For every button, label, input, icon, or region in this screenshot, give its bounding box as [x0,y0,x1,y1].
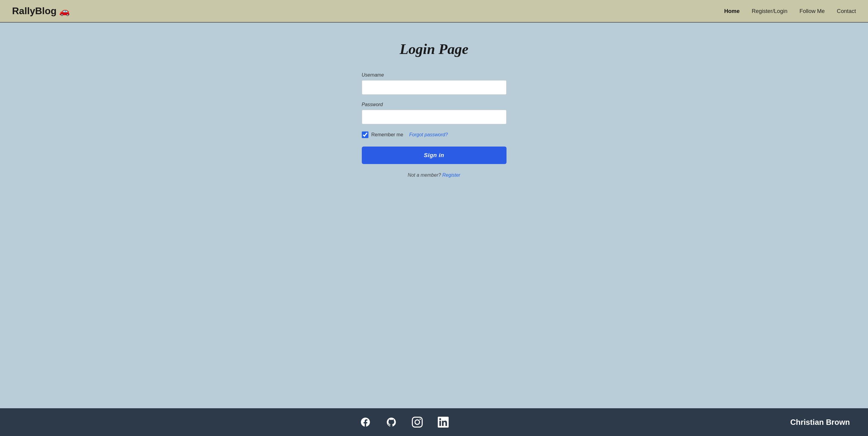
remember-row: Remember me Forgot password? [362,131,506,138]
remember-label[interactable]: Remember me [362,131,403,138]
logo-text: RallyBlog [12,5,57,17]
register-row: Not a member? Register [362,173,506,178]
nav-contact[interactable]: Contact [837,8,856,14]
password-input[interactable] [362,110,506,124]
username-label: Username [362,72,506,78]
github-icon[interactable] [386,417,397,428]
site-header: RallyBlog 🚗 Home Register/Login Follow M… [0,0,868,23]
remember-checkbox[interactable] [362,131,368,138]
nav-follow-me[interactable]: Follow Me [800,8,825,14]
main-nav: Home Register/Login Follow Me Contact [724,8,856,14]
username-input[interactable] [362,80,506,95]
nav-register-login[interactable]: Register/Login [752,8,787,14]
instagram-icon[interactable] [412,417,423,428]
main-content: Login Page Username Password Remember me… [0,23,868,408]
facebook-icon[interactable] [360,417,371,428]
sign-in-button[interactable]: Sign in [362,147,506,164]
remember-text: Remember me [371,132,403,137]
login-form-container: Username Password Remember me Forgot pas… [362,72,506,178]
site-footer: Christian Brown [0,408,868,436]
password-label: Password [362,102,506,107]
page-title: Login Page [400,41,468,57]
nav-home[interactable]: Home [724,8,740,14]
site-logo[interactable]: RallyBlog 🚗 [12,5,70,17]
car-icon: 🚗 [59,6,70,16]
forgot-password-link[interactable]: Forgot password? [409,132,448,137]
footer-icons [18,417,790,428]
author-name: Christian Brown [790,418,850,427]
not-member-text: Not a member? [408,173,441,178]
register-link[interactable]: Register [442,173,460,178]
password-group: Password [362,102,506,124]
linkedin-icon[interactable] [438,417,448,428]
username-group: Username [362,72,506,95]
